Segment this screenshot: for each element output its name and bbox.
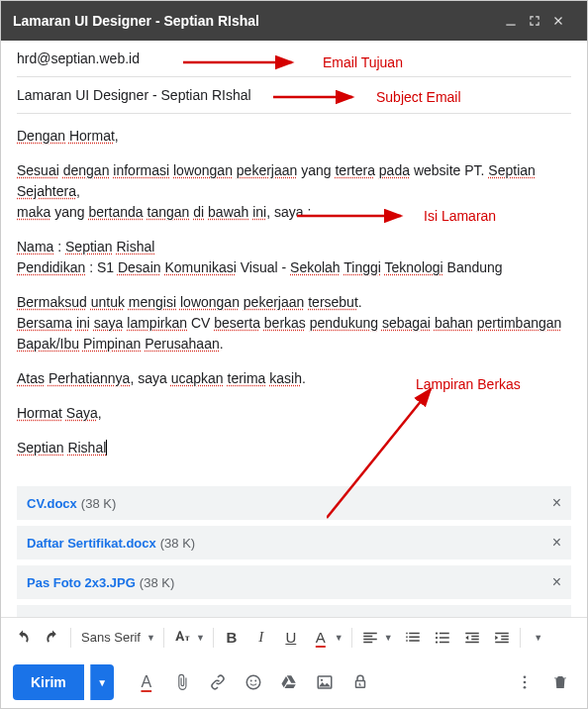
compose-body: hrd@septian.web.id Lamaran UI Designer -…	[1, 41, 587, 617]
svg-rect-8	[355, 681, 364, 688]
svg-point-4	[250, 680, 252, 682]
svg-point-1	[436, 636, 438, 638]
attachments-list: CV.docx (38 K)× Daftar Sertifikat.docx (…	[17, 486, 571, 617]
indent-more-icon[interactable]	[488, 624, 516, 652]
attachment-item[interactable]: Daftar Sertifikat.docx (38 K)×	[17, 526, 571, 559]
font-selector[interactable]: Sans Serif	[75, 630, 147, 645]
remove-attachment-icon[interactable]: ×	[552, 494, 561, 512]
size-caret-icon[interactable]: ▼	[196, 633, 209, 643]
drive-icon[interactable]	[274, 667, 304, 697]
more-options-icon[interactable]	[510, 667, 539, 697]
confidential-mode-icon[interactable]	[345, 667, 375, 697]
svg-point-3	[246, 675, 260, 689]
color-caret-icon[interactable]: ▼	[335, 633, 347, 643]
italic-icon[interactable]: I	[247, 624, 275, 652]
minimize-icon[interactable]	[504, 14, 528, 28]
attachment-item[interactable]: CV.docx (38 K)×	[17, 486, 571, 520]
svg-point-10	[524, 681, 527, 684]
underline-icon[interactable]: U	[277, 624, 305, 652]
window-title: Lamaran UI Designer - Septian RIshal	[13, 13, 504, 29]
formatting-toolbar: Sans Serif ▼ ▼ B I U A ▼ ▼ ▼	[1, 617, 587, 657]
insert-photo-icon[interactable]	[310, 667, 340, 697]
formatting-toggle-icon[interactable]: A	[132, 667, 161, 697]
align-icon[interactable]	[356, 624, 384, 652]
align-caret-icon[interactable]: ▼	[384, 633, 397, 643]
undo-icon[interactable]	[9, 624, 37, 652]
to-field[interactable]: hrd@septian.web.id	[17, 41, 571, 77]
insert-link-icon[interactable]	[203, 667, 233, 697]
indent-less-icon[interactable]	[458, 624, 486, 652]
attachment-item[interactable]: Pas Foto 2x3.JPG (38 K)×	[17, 565, 571, 599]
svg-point-5	[254, 680, 256, 682]
bulleted-list-icon[interactable]	[429, 624, 456, 652]
redo-icon[interactable]	[39, 624, 66, 652]
discard-draft-icon[interactable]	[545, 667, 575, 697]
compose-window: Lamaran UI Designer - Septian RIshal hrd…	[0, 0, 588, 709]
more-formatting-icon[interactable]: ▼	[525, 624, 552, 652]
remove-attachment-icon[interactable]: ×	[552, 573, 561, 591]
text-size-icon[interactable]	[168, 624, 196, 652]
bold-icon[interactable]: B	[218, 624, 245, 652]
attachment-item[interactable]: SKCK.docx (38 K)×	[17, 605, 571, 617]
numbered-list-icon[interactable]	[399, 624, 427, 652]
subject-field[interactable]: Lamaran UI Designer - Septian RIshal	[17, 77, 571, 114]
expand-icon[interactable]	[528, 14, 551, 28]
svg-point-7	[321, 679, 323, 681]
send-options-icon[interactable]: ▼	[90, 664, 114, 700]
font-caret-icon[interactable]: ▼	[147, 633, 159, 643]
send-toolbar: Kirim ▼ A	[1, 657, 587, 708]
remove-attachment-icon[interactable]: ×	[552, 613, 561, 617]
emoji-icon[interactable]	[239, 667, 268, 697]
title-bar: Lamaran UI Designer - Septian RIshal	[1, 1, 587, 41]
attach-file-icon[interactable]	[167, 667, 197, 697]
remove-attachment-icon[interactable]: ×	[552, 534, 561, 552]
svg-point-2	[436, 641, 438, 643]
close-icon[interactable]	[551, 14, 575, 28]
svg-point-0	[436, 632, 438, 634]
svg-point-11	[524, 686, 527, 689]
email-body[interactable]: Dengan Hormat, Sesuai dengan informasi l…	[17, 114, 571, 480]
send-button[interactable]: Kirim	[13, 664, 84, 700]
svg-point-9	[524, 675, 527, 678]
text-color-icon[interactable]: A	[307, 624, 335, 652]
